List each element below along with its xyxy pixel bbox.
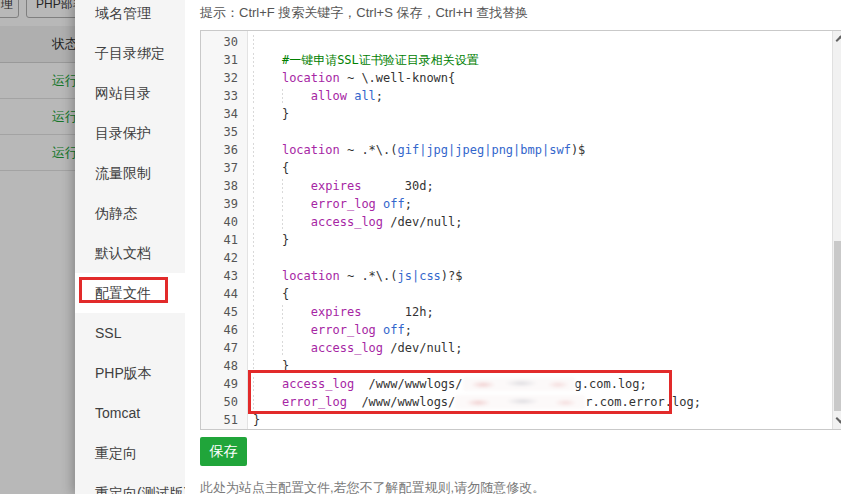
sidebar-item-redirect-beta[interactable]: 重定向(测试版): [75, 473, 185, 494]
sidebar-item-rewrite[interactable]: 伪静态: [75, 193, 185, 233]
code-token-plain: /dev/null;: [383, 341, 462, 355]
line-number: 46: [201, 321, 247, 339]
code-token-plain: }: [282, 107, 289, 121]
code-token-keyword: location: [282, 71, 340, 85]
code-line[interactable]: #一键申请SSL证书验证目录相关设置: [253, 51, 832, 69]
scrollbar-thumb[interactable]: [834, 241, 841, 411]
code-line[interactable]: [253, 249, 832, 267]
code-line[interactable]: {: [253, 159, 832, 177]
config-code-editor[interactable]: 3031323334353637383940414243444546474849…: [200, 30, 841, 430]
code-line[interactable]: access_log /dev/null;: [253, 339, 832, 357]
save-button[interactable]: 保存: [200, 437, 247, 466]
indent-guide: [282, 341, 311, 355]
indent-guide: [253, 71, 282, 85]
indent-guide: [282, 305, 311, 319]
scroll-up-button[interactable]: [833, 31, 841, 48]
indent-guide: [253, 107, 282, 121]
code-token-plain: g.com.log;: [575, 377, 647, 391]
line-number: 38: [201, 177, 247, 195]
line-number: 39: [201, 195, 247, 213]
code-line[interactable]: location ~ .*\.(gif|jpg|jpeg|png|bmp|swf…: [253, 141, 832, 159]
scroll-down-button[interactable]: [833, 412, 841, 429]
code-line[interactable]: }: [253, 411, 832, 429]
code-line[interactable]: access_log /www/wwwlogs/g.com.log;: [253, 375, 832, 393]
indent-guide: [253, 377, 282, 391]
indent-guide: [253, 89, 282, 103]
indent-guide: [282, 215, 311, 229]
code-line[interactable]: [253, 33, 832, 51]
code-line[interactable]: {: [253, 285, 832, 303]
footer-warning-text: 此处为站点主配置文件,若您不了解配置规则,请勿随意修改。: [200, 479, 545, 494]
vertical-scrollbar[interactable]: [832, 31, 841, 429]
sidebar-item-redirect[interactable]: 重定向: [75, 433, 185, 473]
code-token-plain: )?$: [441, 269, 463, 283]
sidebar-item-ssl[interactable]: SSL: [75, 313, 185, 353]
code-token-atom: off: [383, 197, 405, 211]
code-token-plain: [376, 197, 383, 211]
editor-code-area[interactable]: #一键申请SSL证书验证目录相关设置 location ~ \.well-kno…: [249, 31, 832, 429]
line-number: 33: [201, 87, 247, 105]
code-token-plain: [376, 323, 383, 337]
code-line[interactable]: error_log /www/wwwlogs/r.com.error.log;: [253, 393, 832, 411]
code-line[interactable]: location ~ \.well-known{: [253, 69, 832, 87]
indent-guide: [282, 179, 311, 193]
code-token-atom: gif|jpg|jpeg|png|bmp|swf: [398, 143, 571, 157]
code-token-plain: ;: [405, 323, 412, 337]
code-line[interactable]: location ~ .*\.(js|css)?$: [253, 267, 832, 285]
sidebar-item-default-doc[interactable]: 默认文档: [75, 233, 185, 273]
chevron-down-icon: [836, 414, 841, 424]
code-line[interactable]: allow all;: [253, 87, 832, 105]
sidebar-item-traffic[interactable]: 流量限制: [75, 153, 185, 193]
code-token-keyword: expires: [311, 305, 362, 319]
sidebar-item-config-file[interactable]: 配置文件: [75, 273, 185, 313]
indent-guide: [253, 53, 282, 67]
line-number: 51: [201, 411, 247, 429]
sidebar-item-subdir[interactable]: 子目录绑定: [75, 33, 185, 73]
code-token-plain: ~ \.well-known{: [340, 71, 456, 85]
code-line[interactable]: [253, 123, 832, 141]
code-token-atom: off: [383, 323, 405, 337]
code-token-plain: /www/wwwlogs/: [347, 395, 455, 409]
line-number: 37: [201, 159, 247, 177]
sidebar-item-sitedir[interactable]: 网站目录: [75, 73, 185, 113]
screen: 理 PHP部署 状态 运行运行运行 域名管理子目录绑定网站目录目录保护流量限制伪…: [0, 0, 841, 494]
code-line[interactable]: expires 12h;: [253, 303, 832, 321]
indent-guide: [253, 251, 282, 265]
code-token-atom: js|css: [398, 269, 441, 283]
line-number: 32: [201, 69, 247, 87]
code-token-keyword: error_log: [282, 395, 347, 409]
code-token-keyword: allow: [311, 89, 347, 103]
code-token-plain: ~ .*\.(: [340, 143, 398, 157]
code-token-plain: 30d;: [361, 179, 433, 193]
indent-guide: [253, 323, 282, 337]
sidebar-item-tomcat[interactable]: Tomcat: [75, 393, 185, 433]
line-number: 42: [201, 249, 247, 267]
code-token-plain: }: [253, 413, 260, 427]
code-line[interactable]: }: [253, 231, 832, 249]
code-line[interactable]: }: [253, 105, 832, 123]
line-number: 34: [201, 105, 247, 123]
site-settings-dialog: 域名管理子目录绑定网站目录目录保护流量限制伪静态默认文档配置文件SSLPHP版本…: [75, 0, 841, 494]
code-token-plain: /dev/null;: [383, 215, 462, 229]
indent-guide: [253, 359, 282, 373]
code-token-plain: 12h;: [361, 305, 433, 319]
code-line[interactable]: access_log /dev/null;: [253, 213, 832, 231]
indent-guide: [253, 341, 282, 355]
code-token-plain: ~ .*\.(: [340, 269, 398, 283]
code-line[interactable]: expires 30d;: [253, 177, 832, 195]
sidebar-item-php-version[interactable]: PHP版本: [75, 353, 185, 393]
sidebar-item-domain[interactable]: 域名管理: [75, 0, 185, 33]
code-token-plain: )$: [571, 143, 585, 157]
code-line[interactable]: }: [253, 357, 832, 375]
sidebar-item-protect[interactable]: 目录保护: [75, 113, 185, 153]
indent-guide: [253, 233, 282, 247]
code-line[interactable]: error_log off;: [253, 321, 832, 339]
line-number: 31: [201, 51, 247, 69]
code-token-keyword: expires: [311, 179, 362, 193]
redacted-domain: [463, 377, 575, 391]
indent-guide: [253, 197, 282, 211]
code-token-keyword: location: [282, 269, 340, 283]
line-number: 47: [201, 339, 247, 357]
indent-guide: [282, 323, 311, 337]
code-line[interactable]: error_log off;: [253, 195, 832, 213]
